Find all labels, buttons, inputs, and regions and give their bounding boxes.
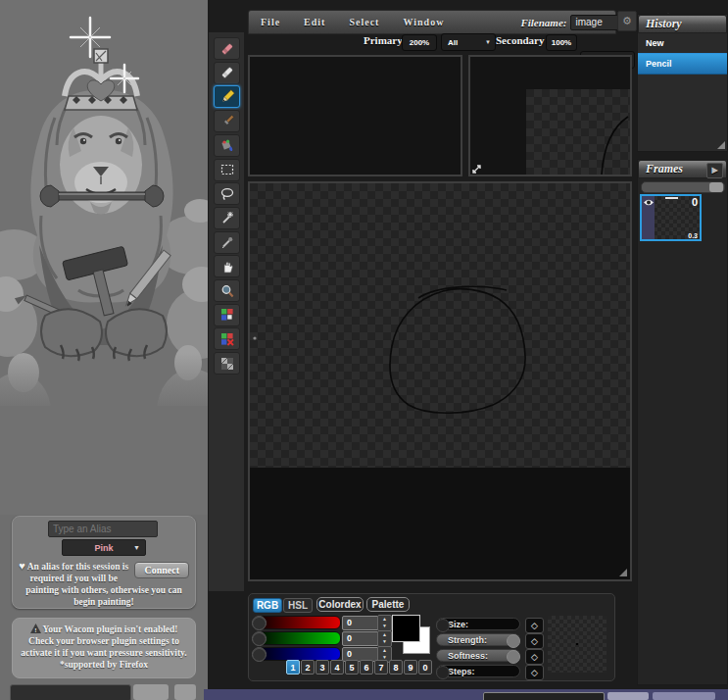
tab-colordex[interactable]: Colordex [316,597,364,612]
tool-eyedropper-button[interactable] [214,231,240,254]
red-slider-handle[interactable] [252,616,267,630]
digit-button-9[interactable]: 9 [404,660,417,675]
magic-wand-icon [219,210,235,225]
alias-color-select[interactable]: Pink ▼ [62,539,146,556]
softness-slider-handle[interactable] [507,650,520,664]
digit-button-4[interactable]: 4 [330,660,344,675]
status-input[interactable] [483,692,605,700]
primary-layer-select[interactable]: All ▼ [441,33,496,51]
chevron-down-icon: ▼ [485,39,491,45]
brush-icon [219,114,235,129]
frames-header[interactable]: Frames ▶ [638,160,727,178]
chevron-down-icon: ▼ [133,544,140,551]
gear-icon[interactable]: ⚙ [617,11,637,31]
secondary-stroke-preview [526,89,630,175]
tool-zoom-button[interactable] [214,279,240,302]
tool-eraser-white-button[interactable] [214,62,240,84]
alias-input[interactable] [48,521,158,537]
size-diamond-button[interactable]: ◇ [525,618,544,633]
secondary-view-window[interactable] [468,55,632,176]
size-slider[interactable]: Size: [436,618,520,630]
tool-pattern-fill-button[interactable] [214,352,240,375]
menu-select[interactable]: Select [337,17,391,27]
tool-eraser-pink-button[interactable] [214,37,240,60]
digit-button-0[interactable]: 0 [418,660,432,675]
play-icon[interactable]: ▶ [706,163,723,178]
frames-slider[interactable] [641,181,725,193]
primary-view-window[interactable] [248,55,462,176]
tool-lasso-button[interactable] [214,182,240,205]
green-spinner[interactable]: ▲▼ [377,630,392,647]
status-button-2[interactable] [653,692,715,700]
strength-slider[interactable]: Strength: [436,633,520,646]
tool-magic-wand-button[interactable] [214,207,240,229]
digit-button-2[interactable]: 2 [301,660,315,675]
chat-extra-button[interactable] [174,684,196,700]
tool-pan-hand-button[interactable] [214,255,240,277]
brush-preview-dot [576,643,578,645]
frame-thumbnail[interactable]: 0 0.3 [640,194,702,241]
eraser-white-icon [219,65,235,80]
lasso-icon [219,186,235,202]
primary-zoom-value[interactable]: 200% [402,34,437,51]
blue-slider[interactable] [253,647,341,661]
tool-pencil-button[interactable] [214,85,240,108]
green-slider-handle[interactable] [252,631,267,646]
strength-slider-handle[interactable] [507,634,520,648]
zoom-icon [219,283,235,299]
left-sidebar: Pink ▼ Connect ♥ An alias for this sessi… [0,0,208,700]
connect-button[interactable]: Connect [134,562,189,578]
status-button-1[interactable] [607,692,649,700]
red-slider[interactable] [253,616,341,629]
tab-rgb[interactable]: RGB [253,598,282,613]
steps-slider-handle[interactable] [436,666,450,679]
green-value-input[interactable]: 0 [342,631,380,646]
softness-slider[interactable]: Softness: [436,649,520,662]
eye-icon[interactable] [643,198,655,207]
tool-brush-button[interactable] [214,110,240,132]
tool-fill-bucket-button[interactable] [214,134,240,157]
chat-send-button[interactable] [133,684,169,700]
digit-button-6[interactable]: 6 [360,660,373,675]
chat-input[interactable] [10,684,131,700]
secondary-zoom-value[interactable]: 100% [546,34,577,51]
tool-palette-remove-button[interactable] [214,327,240,350]
tool-palette-add-button[interactable] [214,304,240,326]
red-spinner[interactable]: ▲▼ [377,615,392,631]
tool-rect-select-button[interactable] [214,159,240,181]
digit-button-1[interactable]: 1 [286,660,300,675]
size-slider-handle[interactable] [436,619,450,632]
digit-button-8[interactable]: 8 [389,660,403,675]
menu-window[interactable]: Window [391,17,456,27]
history-item-new[interactable]: New [638,33,727,53]
main-canvas-window[interactable] [248,181,632,581]
menu-edit[interactable]: Edit [292,17,337,27]
digit-button-3[interactable]: 3 [315,660,329,675]
eraser-pink-icon [219,41,235,57]
steps-slider[interactable]: Steps: [436,665,520,677]
frame-stroke-mark [665,197,678,199]
strength-diamond-button[interactable]: ◇ [525,633,544,649]
softness-diamond-button[interactable]: ◇ [525,649,544,665]
blue-slider-handle[interactable] [252,647,267,662]
digit-button-5[interactable]: 5 [345,660,359,675]
history-header[interactable]: History [638,15,727,33]
tab-hsl[interactable]: HSL [283,598,313,613]
red-value-input[interactable]: 0 [342,616,380,630]
heart-icon: ♥ [19,560,25,572]
history-item-pencil[interactable]: Pencil [638,53,727,75]
menu-file[interactable]: File [249,17,292,27]
green-slider[interactable] [253,631,341,645]
eyedropper-icon [219,234,235,250]
primary-color-swatch[interactable] [392,615,420,642]
tab-palette[interactable]: Palette [366,597,410,612]
frames-slider-handle[interactable] [709,182,723,192]
palette-remove-icon [219,331,235,347]
pencil-icon [219,89,235,105]
panel-resize-handle[interactable] [717,141,725,149]
digit-button-7[interactable]: 7 [374,660,388,675]
window-resize-handle[interactable] [619,569,627,576]
warning-icon: ! [30,624,41,633]
connect-message: Connect ♥ An alias for this session is r… [19,560,189,608]
steps-diamond-button[interactable]: ◇ [525,665,544,680]
